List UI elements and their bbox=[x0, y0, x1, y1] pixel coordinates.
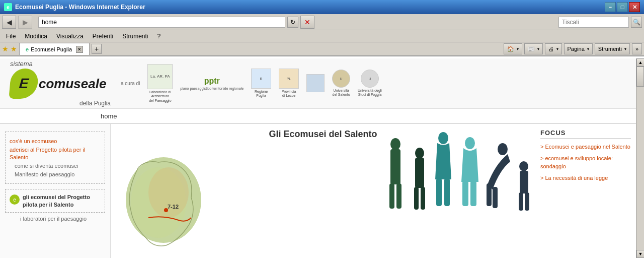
svg-rect-20 bbox=[519, 192, 523, 211]
map-area: 7-12 bbox=[118, 152, 219, 253]
feeds-button[interactable]: 📰▾ bbox=[524, 43, 543, 54]
svg-point-4 bbox=[415, 148, 424, 159]
laArPa-sponsor: La. AR. PA Laboratorio diArchitetturadel… bbox=[147, 64, 173, 103]
address-input[interactable] bbox=[38, 17, 285, 28]
silhouette-4 bbox=[457, 134, 482, 215]
provincia-lecce-label: Provinciadi Lecce bbox=[282, 90, 296, 98]
regione-puglia-sponsor: R RegionePuglia bbox=[251, 69, 271, 98]
tab-close-button[interactable]: ✕ bbox=[76, 46, 83, 53]
header-sponsors: a cura di La. AR. PA Laboratorio diArchi… bbox=[121, 64, 626, 103]
svg-rect-1 bbox=[390, 149, 400, 184]
minimize-button[interactable]: − bbox=[605, 2, 616, 12]
silhouette-2 bbox=[410, 144, 430, 215]
svg-rect-3 bbox=[396, 183, 401, 209]
sidebar-link-manifesto[interactable]: Manifesto del paesaggio bbox=[10, 171, 101, 178]
svg-point-0 bbox=[390, 138, 400, 150]
scroll-track[interactable] bbox=[636, 67, 644, 250]
close-button[interactable]: ✕ bbox=[629, 2, 640, 12]
silhouette-1 bbox=[384, 134, 407, 215]
logo-e-circle: E bbox=[9, 69, 39, 99]
sidebar-ecomusei-label: gli ecomusei del Progetto pilota per il … bbox=[23, 194, 101, 208]
sidebar-link-diventa[interactable]: come si diventa ecomusei bbox=[10, 162, 101, 169]
new-tab-button[interactable]: + bbox=[92, 44, 102, 54]
silhouettes-group bbox=[384, 124, 533, 215]
home-button[interactable]: 🏠▾ bbox=[504, 43, 522, 54]
scroll-thumb[interactable] bbox=[636, 67, 644, 87]
stop-button[interactable]: ✕ bbox=[300, 16, 314, 29]
svg-rect-6 bbox=[414, 187, 419, 210]
menu-preferiti[interactable]: Preferiti bbox=[89, 32, 117, 41]
add-favorites-star[interactable]: ★ bbox=[2, 45, 9, 53]
svg-point-15 bbox=[498, 143, 508, 155]
sidebar-link-laboratori[interactable]: i laboratori per il paesaggio bbox=[5, 215, 105, 222]
expand-button[interactable]: » bbox=[632, 43, 642, 54]
svg-rect-9 bbox=[436, 178, 442, 206]
svg-rect-21 bbox=[525, 192, 529, 211]
browser-tab-ecomusei[interactable]: e Ecomusei Puglia ✕ bbox=[19, 43, 90, 55]
laArPa-sublabel: Laboratorio diArchitetturadel Paesaggio bbox=[149, 90, 171, 103]
scroll-up-button[interactable]: ▲ bbox=[636, 58, 644, 67]
toolbar-right: 🏠▾ 📰▾ 🖨▾ Pagina▾ Strumenti▾ » bbox=[504, 43, 642, 54]
provincia-lecce-sponsor: PL Provinciadi Lecce bbox=[279, 69, 299, 98]
focus-link-1[interactable]: Ecomusei e paesaggio nel Salento bbox=[540, 143, 631, 151]
refresh-button[interactable]: ↻ bbox=[287, 17, 298, 28]
maximize-button[interactable]: □ bbox=[617, 2, 628, 12]
menu-strumenti[interactable]: Strumenti bbox=[118, 32, 152, 41]
silhouette-6 bbox=[515, 159, 533, 215]
focus-link-3[interactable]: La necessità di una legge bbox=[540, 174, 631, 182]
msaf-sponsor bbox=[306, 74, 325, 92]
logo-sistema: sistema bbox=[10, 60, 33, 68]
site-header: sistema E comuseale della Puglia a cura … bbox=[0, 58, 636, 109]
laArPa-label: La. AR. PA bbox=[150, 74, 170, 79]
svg-rect-19 bbox=[520, 171, 528, 194]
svg-point-24 bbox=[148, 167, 189, 218]
forward-button[interactable]: ▶ bbox=[18, 16, 32, 29]
svg-text:7-12: 7-12 bbox=[168, 204, 179, 210]
focus-link-2[interactable]: ecomusei e sviluppo locale: sondaggio bbox=[540, 155, 631, 170]
provincia-lecce-logo: PL bbox=[279, 69, 299, 89]
logo-della-puglia: della Puglia bbox=[10, 100, 111, 107]
menu-help[interactable]: ? bbox=[153, 32, 165, 41]
scroll-down-button[interactable]: ▼ bbox=[636, 250, 644, 258]
svg-point-12 bbox=[463, 163, 477, 175]
site-right-panel: FOCUS Ecomusei e paesaggio nel Salento e… bbox=[535, 124, 636, 258]
site-logo: sistema E comuseale della Puglia bbox=[10, 60, 111, 107]
page-button[interactable]: Pagina▾ bbox=[564, 43, 593, 54]
sidebar-link-cose[interactable]: cos'è un ecomuseo bbox=[10, 138, 101, 145]
sidebar-box-links: cos'è un ecomuseo aderisci al Progetto p… bbox=[5, 132, 105, 184]
print-button[interactable]: 🖨▾ bbox=[545, 43, 562, 54]
svg-point-8 bbox=[438, 132, 448, 144]
sidebar-ecomusei-icon: e bbox=[10, 195, 20, 205]
menu-file[interactable]: File bbox=[2, 32, 20, 41]
search-button[interactable]: 🔍 bbox=[631, 17, 642, 28]
svg-rect-13 bbox=[462, 181, 468, 206]
tools-button[interactable]: Strumenti▾ bbox=[595, 43, 630, 54]
svg-point-11 bbox=[465, 137, 475, 149]
svg-rect-17 bbox=[493, 187, 498, 208]
title-bar: e Ecomusei Puglia - Windows Internet Exp… bbox=[0, 0, 644, 14]
site-main: cos'è un ecomuseo aderisci al Progetto p… bbox=[0, 124, 636, 258]
window-controls: − □ ✕ bbox=[605, 2, 640, 12]
menu-visualizza[interactable]: Visualizza bbox=[52, 32, 88, 41]
sidebar-link-aderisci[interactable]: aderisci al Progetto pilota per il Salen… bbox=[10, 146, 101, 161]
pptr-sponsor: pptr piano paesaggistico territoriale re… bbox=[180, 77, 244, 90]
silhouette-5 bbox=[485, 139, 513, 215]
address-bar: ◀ ▶ ↻ ✕ 🔍 bbox=[0, 14, 644, 30]
favorites-center[interactable]: ★ bbox=[11, 45, 17, 53]
sidebar-box-ecomusei: e gli ecomusei del Progetto pilota per i… bbox=[5, 189, 105, 213]
regione-puglia-logo: R bbox=[251, 69, 271, 89]
back-button[interactable]: ◀ bbox=[2, 16, 16, 29]
silhouette-3 bbox=[432, 129, 455, 215]
svg-rect-2 bbox=[389, 183, 394, 209]
site-nav: home bbox=[0, 109, 636, 124]
svg-rect-5 bbox=[415, 158, 424, 188]
menu-bar: File Modifica Visualizza Preferiti Strum… bbox=[0, 30, 644, 42]
tab-label: Ecomusei Puglia bbox=[31, 46, 72, 52]
svg-rect-14 bbox=[470, 181, 476, 206]
nav-home[interactable]: home bbox=[101, 112, 117, 120]
svg-point-18 bbox=[519, 161, 528, 171]
menu-modifica[interactable]: Modifica bbox=[21, 32, 51, 41]
search-input[interactable] bbox=[558, 17, 629, 28]
salento-map: 7-12 bbox=[118, 152, 216, 250]
regione-puglia-label: RegionePuglia bbox=[255, 90, 268, 98]
